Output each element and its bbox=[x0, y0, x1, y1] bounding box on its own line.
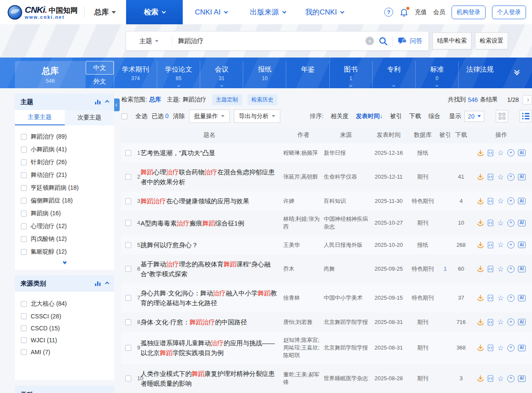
download-icon[interactable] bbox=[477, 295, 484, 301]
search-in-results-button[interactable]: 结果中检索 bbox=[432, 32, 472, 49]
cite-quote-icon[interactable]: ” bbox=[507, 344, 515, 352]
favorite-star-icon[interactable]: ☆ bbox=[497, 241, 503, 249]
favorite-star-icon[interactable]: ☆ bbox=[497, 344, 503, 352]
topic-filter-item[interactable]: 心理治疗 (12) bbox=[21, 223, 108, 230]
source-filter-item[interactable]: WJCI (11) bbox=[21, 337, 108, 344]
tab-publication-source[interactable]: 出版来源 bbox=[239, 0, 296, 24]
checkbox[interactable] bbox=[21, 147, 27, 153]
nav-category-yearbooks[interactable]: 年鉴 bbox=[286, 61, 329, 88]
checkbox[interactable] bbox=[21, 159, 27, 165]
sort-publish-date[interactable]: 发表时间↓ bbox=[356, 113, 382, 120]
sort-downloads[interactable]: 下载 bbox=[409, 113, 421, 120]
source-filter-item[interactable]: CSSCI (28) bbox=[21, 313, 108, 320]
bar-chart-icon[interactable] bbox=[95, 281, 101, 286]
ai-icon[interactable]: AI bbox=[518, 266, 526, 272]
row-checkbox[interactable] bbox=[125, 295, 131, 301]
download-icon[interactable] bbox=[477, 198, 484, 205]
sort-relevance[interactable]: 相关度 bbox=[331, 113, 348, 120]
favorite-star-icon[interactable]: ☆ bbox=[497, 197, 503, 205]
cite-quote-icon[interactable]: ” bbox=[507, 318, 515, 326]
result-title-link[interactable]: A型肉毒毒素治疗瘢痕舞蹈综合征1例 bbox=[141, 218, 278, 228]
tab-main-topic[interactable]: 主要主题 bbox=[15, 110, 65, 125]
nav-category-books[interactable]: 图书1 bbox=[329, 61, 372, 88]
download-icon[interactable] bbox=[477, 344, 484, 351]
result-source[interactable]: 新华日报 bbox=[324, 149, 371, 157]
result-title-link[interactable]: 人类作业模式下的舞蹈康复护理对精神分裂症患者睡眠质量的影响 bbox=[141, 369, 278, 388]
topic-filter-item[interactable]: 舞动治疗 (21) bbox=[21, 171, 108, 179]
html-read-icon[interactable] bbox=[487, 344, 494, 351]
favorite-star-icon[interactable]: ☆ bbox=[497, 173, 503, 181]
row-checkbox[interactable] bbox=[125, 242, 131, 248]
cite-quote-icon[interactable]: ” bbox=[507, 149, 515, 156]
html-read-icon[interactable] bbox=[487, 242, 494, 249]
search-settings-button[interactable]: 检索设置 bbox=[475, 32, 508, 49]
checkbox[interactable] bbox=[21, 223, 27, 229]
nav-category-academic-journals[interactable]: 学术期刊374 bbox=[114, 61, 157, 88]
member-link[interactable]: 会员 bbox=[433, 9, 445, 16]
sidebar-collapse-button[interactable] bbox=[114, 98, 120, 111]
source-filter-item[interactable]: 北大核心 (84) bbox=[21, 300, 108, 308]
result-authors[interactable]: 程晓琳;杨频萍 bbox=[283, 149, 324, 157]
row-checkbox[interactable] bbox=[125, 266, 131, 272]
checkbox[interactable] bbox=[21, 349, 27, 355]
lang-tab-foreign[interactable]: 外文 bbox=[86, 75, 114, 88]
cite-quote-icon[interactable]: ” bbox=[507, 241, 515, 249]
row-checkbox[interactable] bbox=[125, 174, 131, 180]
checkbox[interactable] bbox=[21, 172, 27, 178]
tab-secondary-topic[interactable]: 次要主题 bbox=[65, 110, 115, 125]
ai-icon[interactable]: AI bbox=[518, 319, 526, 325]
html-read-icon[interactable] bbox=[487, 150, 494, 156]
checkbox[interactable] bbox=[21, 185, 27, 191]
result-title-link[interactable]: 艺考热退潮，“真功夫”凸显 bbox=[141, 148, 278, 158]
ai-icon[interactable]: AI bbox=[518, 220, 526, 226]
ai-icon[interactable]: AI bbox=[518, 198, 526, 204]
topic-filter-item[interactable]: 丙戊酸钠 (12) bbox=[21, 235, 108, 243]
download-icon[interactable] bbox=[477, 266, 484, 272]
topic-filter-item[interactable]: 亨廷顿舞蹈病 (18) bbox=[21, 184, 108, 192]
result-authors[interactable]: 许婵 bbox=[283, 197, 324, 205]
topic-section-header[interactable]: 主题 bbox=[15, 94, 114, 110]
nav-total-library[interactable]: 总库 546 bbox=[15, 61, 86, 88]
col-downloads[interactable]: 下载 bbox=[451, 131, 471, 139]
col-database[interactable]: 数据库 bbox=[407, 131, 439, 139]
result-cited-count[interactable]: 1 bbox=[439, 265, 451, 273]
cite-quote-icon[interactable]: ” bbox=[507, 197, 515, 205]
checkbox[interactable] bbox=[21, 249, 27, 255]
tab-cnki-ai[interactable]: CNKI AI bbox=[183, 0, 239, 24]
html-read-icon[interactable] bbox=[487, 375, 494, 382]
result-authors[interactable]: 王美华 bbox=[283, 241, 324, 249]
favorite-star-icon[interactable]: ☆ bbox=[497, 266, 503, 273]
html-read-icon[interactable] bbox=[487, 319, 494, 326]
download-icon[interactable] bbox=[477, 173, 484, 180]
nav-category-conferences[interactable]: 会议31 bbox=[200, 61, 243, 88]
col-title[interactable]: 题名 bbox=[141, 131, 283, 139]
html-read-icon[interactable] bbox=[487, 198, 494, 205]
result-source[interactable]: 百科知识 bbox=[324, 197, 371, 205]
qa-button[interactable]: 问答 bbox=[398, 37, 423, 45]
search-icon[interactable] bbox=[378, 36, 388, 46]
result-authors[interactable]: 董乾;王美;郝军锋 bbox=[283, 371, 324, 386]
result-title-link[interactable]: 基于舞动治疗理念的高校体育舞蹈课程“身心融合”教学模式探索 bbox=[141, 259, 278, 279]
topic-filter-item[interactable]: 针刺治疗 (26) bbox=[21, 159, 108, 166]
expand-topic-list-button[interactable] bbox=[15, 262, 114, 268]
sort-comprehensive[interactable]: 综合 bbox=[428, 113, 440, 120]
checkbox[interactable] bbox=[21, 337, 27, 343]
scope-value[interactable]: 总库 bbox=[149, 96, 161, 104]
checkbox[interactable] bbox=[21, 198, 27, 204]
ai-icon[interactable]: AI bbox=[518, 150, 526, 156]
download-icon[interactable] bbox=[477, 375, 484, 382]
recharge-link[interactable]: 充值 bbox=[415, 9, 427, 16]
row-checkbox[interactable] bbox=[125, 150, 131, 156]
topic-custom-button[interactable]: 主题定制 bbox=[212, 94, 242, 105]
html-read-icon[interactable] bbox=[487, 220, 494, 226]
col-authors[interactable]: 作者 bbox=[283, 131, 324, 139]
topic-filter-item[interactable]: 小舞蹈病 (41) bbox=[21, 146, 108, 153]
ai-icon[interactable]: AI bbox=[518, 345, 526, 351]
checkbox[interactable] bbox=[21, 313, 27, 319]
result-source[interactable]: 中国中小学美术 bbox=[324, 294, 371, 302]
batch-actions-button[interactable]: 批量操作 bbox=[189, 110, 230, 123]
result-source[interactable]: 人民日报海外版 bbox=[324, 241, 371, 249]
nav-category-newspapers[interactable]: 报纸10 bbox=[243, 61, 286, 88]
favorite-star-icon[interactable]: ☆ bbox=[497, 375, 503, 382]
lang-tab-chinese[interactable]: 中文 bbox=[86, 61, 114, 75]
